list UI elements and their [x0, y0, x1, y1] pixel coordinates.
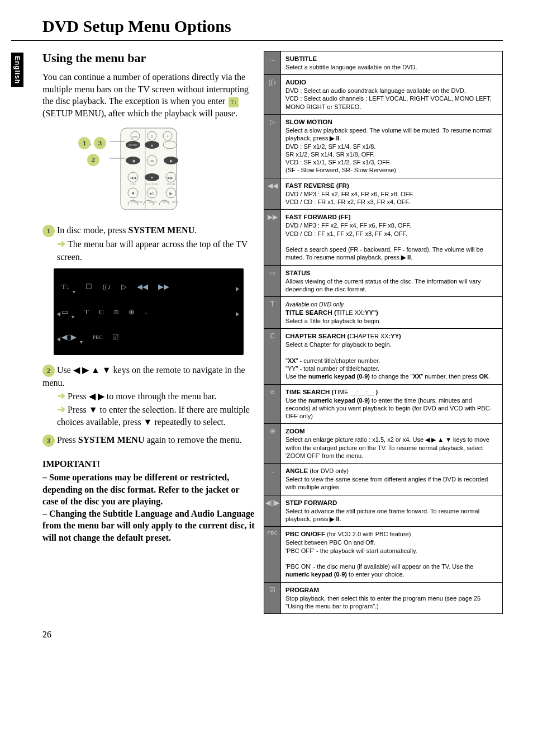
- setup-menu-icon: T↓: [229, 97, 239, 107]
- mb-step-icon: ◀▯▶: [61, 333, 77, 342]
- step-1: 1 In disc mode, press SYSTEM MENU. ➜The …: [42, 224, 255, 263]
- option-body: STATUSAllows viewing of the current stat…: [281, 265, 503, 297]
- svg-text:+: +: [166, 134, 169, 139]
- mb-subtitle-icon: ☐: [85, 282, 92, 291]
- option-icon: …: [264, 51, 281, 75]
- svg-text:▲: ▲: [150, 143, 154, 148]
- option-body: SUBTITLESelect a subtitle language avail…: [281, 51, 503, 75]
- step-1-badge: 1: [42, 225, 55, 237]
- svg-text:DISC: DISC: [132, 135, 139, 138]
- option-icon: ◀◀: [264, 178, 281, 210]
- callout-badge-2: 2: [87, 154, 99, 166]
- language-tab: English: [11, 53, 23, 87]
- mb-status-icon: ▭: [61, 308, 68, 316]
- page-number: 26: [42, 630, 503, 640]
- step-3-b: again to remove the menu.: [144, 435, 241, 445]
- menu-bar-illustration: T↓▾ ☐ ((♪ ▷ ◀◀ ▶▶ ▭▾ T C ⧈ ⊕⁠ ⦦: [54, 268, 244, 355]
- step-2-sub2: Press ▼ to enter the selection. If there…: [57, 405, 250, 427]
- callout-badge-1: 1: [78, 137, 91, 149]
- callout-badge-3: 3: [94, 137, 106, 149]
- intro-part1: You can continue a number of operations …: [42, 72, 249, 106]
- option-icon: PBC: [264, 527, 281, 582]
- mb-zoom-icon: ⊕⁠: [129, 308, 135, 316]
- step-1-sub: The menu bar will appear across the top …: [57, 239, 248, 261]
- option-icon: T: [264, 297, 281, 329]
- page-title: DVD Setup Menu Options: [42, 17, 503, 36]
- svg-text:SYSTEM: SYSTEM: [129, 144, 137, 147]
- svg-text:▼: ▼: [150, 176, 154, 180]
- option-body: ZOOMSelect an enlarge picture ratio : x1…: [281, 424, 503, 464]
- mb-pbc-icon: PBC: [93, 334, 102, 340]
- option-body: PBC ON/OFF (for VCD 2.0 with PBC feature…: [281, 527, 503, 582]
- svg-text:I▶: I▶: [169, 192, 173, 195]
- step-1-bold: SYSTEM MENU: [129, 225, 195, 235]
- svg-text:STOP: STOP: [130, 183, 136, 186]
- option-body: PROGRAMStop playback, then select this t…: [281, 582, 503, 614]
- option-icon: ▶▶: [264, 210, 281, 265]
- svg-text:0: 0: [151, 134, 153, 139]
- mb-ff-icon: ▶▶: [158, 282, 169, 291]
- svg-text:|◀◀: |◀◀: [130, 176, 136, 179]
- svg-text:MUTE: MUTE: [172, 201, 179, 204]
- step-2-badge: 2: [42, 365, 55, 377]
- option-body: STEP FORWARDSelect to advance the still …: [281, 495, 503, 527]
- option-icon: ⦦: [264, 464, 281, 495]
- mb-program-icon: ☑: [112, 333, 119, 342]
- step-3-badge: 3: [42, 434, 55, 447]
- mb-audio-icon: ((♪: [102, 282, 111, 291]
- important-block: IMPORTANT! – Some operations may be diff…: [42, 459, 255, 544]
- option-body: Available on DVD onlyTITLE SEARCH (TITLE…: [281, 297, 503, 329]
- step-3-bold: SYSTEM MENU: [78, 435, 145, 445]
- option-body: SLOW MOTIONSelect a slow playback speed.…: [281, 115, 503, 178]
- step-2: 2 Use ◀ ▶ ▲ ▼ keys on the remote to navi…: [42, 364, 255, 428]
- step-1-text-b: .: [194, 225, 197, 235]
- section-heading: Using the menu bar: [42, 51, 255, 65]
- important-heading: IMPORTANT!: [42, 459, 255, 469]
- step-3-a: Press: [57, 435, 78, 445]
- mb-slow-icon: ▷: [121, 282, 127, 291]
- option-icon: ▷: [264, 115, 281, 178]
- option-body: AUDIODVD : Select an audio soundtrack la…: [281, 75, 503, 115]
- remote-svg: DISC 0 + SYSTEM ▲ ◀ OK ▶ |: [110, 127, 188, 211]
- mb-chapter-icon: C: [99, 308, 104, 316]
- option-body: FAST FORWARD (FF)DVD / MP3 : FF x2, FF x…: [281, 210, 503, 265]
- option-icon: ☑: [264, 582, 281, 614]
- mb-setup-icon: T↓: [61, 282, 69, 291]
- option-icon: ◀▯▶: [264, 495, 281, 527]
- option-body: TIME SEARCH (TIME __:__:__ )Use the nume…: [281, 384, 503, 424]
- option-icon: ⧈: [264, 384, 281, 424]
- option-body: FAST REVERSE (FR)DVD / MP3 : FR x2, FR x…: [281, 178, 503, 210]
- svg-text:RESUME: RESUME: [166, 183, 176, 186]
- intro-text: You can continue a number of operations …: [42, 71, 255, 119]
- svg-text:▶▶|: ▶▶|: [168, 176, 174, 179]
- arrow-icon: ➜: [57, 238, 65, 249]
- options-table: …SUBTITLESelect a subtitle language avai…: [264, 51, 503, 614]
- option-icon: ⊕: [264, 424, 281, 464]
- svg-text:OK: OK: [150, 159, 155, 163]
- arrow-icon: ➜: [57, 404, 65, 415]
- option-body: ANGLE (for DVD only)Select to view the s…: [281, 464, 503, 495]
- important-body: – Some operations may be different or re…: [42, 471, 255, 544]
- callout-comma: ,: [89, 138, 92, 147]
- option-body: CHAPTER SEARCH (CHAPTER XX:YY)Select a C…: [281, 329, 503, 384]
- step-1-text-a: In disc mode, press: [57, 225, 129, 235]
- step-3: 3 Press SYSTEM MENU again to remove the …: [42, 434, 255, 447]
- arrow-icon: ➜: [57, 390, 65, 401]
- mb-angle-icon: ⦦: [145, 308, 149, 316]
- svg-text:▶II: ▶II: [150, 192, 155, 195]
- option-icon: C: [264, 329, 281, 384]
- option-icon: ▭: [264, 265, 281, 297]
- mb-title-icon: T: [84, 308, 89, 316]
- mb-rew-icon: ◀◀: [137, 282, 148, 291]
- step-2-sub1: Press ◀ ▶ to move through the menu bar.: [68, 391, 216, 401]
- step-2-text: Use ◀ ▶ ▲ ▼ keys on the remote to naviga…: [42, 365, 245, 388]
- title-rule: [11, 40, 503, 41]
- svg-text:■: ■: [132, 191, 134, 196]
- remote-illustration: 1 , 3 2 DISC 0 + SYSTEM ▲: [42, 127, 255, 213]
- intro-part2: (SETUP MENU), after which the playback w…: [42, 108, 237, 118]
- option-icon: ((♪: [264, 75, 281, 115]
- mb-time-icon: ⧈: [114, 308, 118, 316]
- svg-text:PLAY/PAUSE: PLAY/PAUSE: [145, 183, 159, 186]
